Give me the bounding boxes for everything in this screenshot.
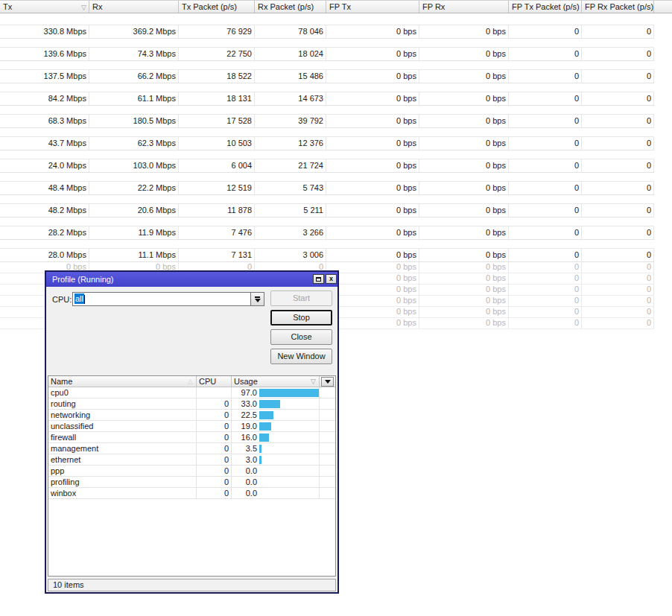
profile-column-header-usage[interactable]: Usage▽ <box>232 376 320 387</box>
column-header-rx-packet-p-s-[interactable]: Rx Packet (p/s) <box>255 1 326 13</box>
profile-name: profiling <box>48 477 197 487</box>
cell: 0 bps <box>326 115 419 127</box>
profile-row-winbox[interactable]: winbox00.0 <box>48 488 335 499</box>
dropdown-icon <box>255 296 260 298</box>
table-row[interactable]: 43.7 Mbps62.3 Mbps10 50312 3760 bps0 bps… <box>0 136 654 150</box>
profile-usage-bar-area <box>259 399 320 409</box>
table-row[interactable]: 48.2 Mbps20.6 Mbps11 8785 2110 bps0 bps0… <box>0 203 654 217</box>
table-row[interactable]: 330.8 Mbps369.2 Mbps76 92978 0460 bps0 b… <box>0 25 654 39</box>
maximize-icon <box>316 277 321 282</box>
cell: 18 131 <box>179 92 255 105</box>
close-button[interactable]: x <box>326 274 337 284</box>
cpu-combo-dropdown-button[interactable] <box>250 292 264 306</box>
column-header-fp-rx-packet-p-s-[interactable]: FP Rx Packet (p/s) <box>582 1 654 13</box>
cpu-field-label: CPU: <box>52 295 72 304</box>
column-header-label: Tx Packet (p/s) <box>182 2 237 11</box>
cpu-combo-input[interactable]: all <box>72 292 251 306</box>
cell: 0 bps <box>326 318 419 328</box>
column-header-tx-packet-p-s-[interactable]: Tx Packet (p/s) <box>179 1 255 13</box>
sort-ascending-icon: △ <box>188 376 193 387</box>
profile-cpu: 0 <box>197 466 232 476</box>
cell: 0 bps <box>419 48 509 60</box>
profile-name: firewall <box>48 432 197 442</box>
cell: 84.2 Mbps <box>0 92 89 105</box>
profile-usage-value: 16.0 <box>232 432 257 442</box>
column-header-label: Name <box>51 377 72 386</box>
profile-row-ppp[interactable]: ppp00.0 <box>48 466 335 477</box>
table-row[interactable]: 84.2 Mbps61.1 Mbps18 13114 6730 bps0 bps… <box>0 92 654 106</box>
cell: 0 bps <box>419 137 509 150</box>
profile-row-management[interactable]: management03.5 <box>48 443 335 454</box>
table-row[interactable]: 48.4 Mbps22.2 Mbps12 5195 7430 bps0 bps0… <box>0 181 654 195</box>
profile-row-ethernet[interactable]: ethernet03.0 <box>48 454 335 466</box>
cell: 0 bps <box>419 70 509 83</box>
profile-row-unclassified[interactable]: unclassified019.0 <box>48 421 335 432</box>
cell: 12 519 <box>179 182 255 194</box>
cell: 66.2 Mbps <box>89 70 179 83</box>
start-button[interactable]: Start <box>270 290 332 306</box>
column-header-label: Tx <box>3 2 12 11</box>
usage-bar <box>259 422 271 431</box>
cell: 0 bps <box>326 92 419 105</box>
sort-descending-icon: ▽ <box>81 1 86 13</box>
usage-bar <box>259 445 261 453</box>
cell: 0 bps <box>326 159 419 172</box>
profile-row-routing[interactable]: routing033.0 <box>48 399 335 410</box>
cell: 0 bps <box>326 70 419 83</box>
dialog-titlebar[interactable]: Profile (Running) x <box>46 272 337 287</box>
profile-usage-value: 0.0 <box>232 477 257 487</box>
table-row[interactable]: 28.2 Mbps11.9 Mbps7 4763 2660 bps0 bps00 <box>0 226 654 240</box>
cell: 0 <box>582 137 654 150</box>
column-header-label: Rx <box>92 2 102 11</box>
profile-usage-bar-area <box>259 488 320 498</box>
profile-row-firewall[interactable]: firewall016.0 <box>48 432 335 443</box>
table-row[interactable]: 68.3 Mbps180.5 Mbps17 52839 7920 bps0 bp… <box>0 114 654 128</box>
cell: 0 <box>509 182 582 194</box>
table-row[interactable]: 137.5 Mbps66.2 Mbps18 52215 4860 bps0 bp… <box>0 69 654 83</box>
cell: 20.6 Mbps <box>89 204 179 217</box>
column-header-label: FP Rx <box>422 2 445 11</box>
column-header-rx[interactable]: Rx <box>89 1 179 13</box>
cell: 0 bps <box>419 262 509 273</box>
profile-cpu: 0 <box>197 443 232 454</box>
cell: 0 <box>582 273 654 284</box>
profile-usage-bar-area <box>259 421 320 431</box>
profile-name: ethernet <box>48 454 197 465</box>
profile-usage-bar-area <box>259 443 320 454</box>
new-window-button[interactable]: New Window <box>270 349 332 364</box>
cell: 28.2 Mbps <box>0 226 89 239</box>
column-selector-button[interactable] <box>321 377 334 387</box>
table-row[interactable]: 24.0 Mbps103.0 Mbps6 00421 7240 bps0 bps… <box>0 159 654 173</box>
text-caret <box>84 295 85 304</box>
profile-usage-bar-area <box>259 387 320 398</box>
cell: 22.2 Mbps <box>89 182 179 194</box>
stop-button[interactable]: Stop <box>270 310 332 326</box>
maximize-button[interactable] <box>313 274 324 284</box>
column-header-fp-tx-packet-p-s-[interactable]: FP Tx Packet (p/s) <box>509 1 582 13</box>
profile-row-networking[interactable]: networking022.5 <box>48 410 335 421</box>
table-row[interactable]: 139.6 Mbps74.3 Mbps22 75018 0240 bps0 bp… <box>0 47 654 61</box>
cell: 0 <box>509 226 582 239</box>
cell: 0 bps <box>419 307 509 317</box>
profile-column-header-cpu[interactable]: CPU <box>197 376 232 387</box>
cell: 0 <box>509 296 582 306</box>
cell: 0 <box>509 318 582 328</box>
cell: 0 <box>509 273 582 284</box>
profile-row-profiling[interactable]: profiling00.0 <box>48 477 335 488</box>
cell: 0 bps <box>419 226 509 239</box>
cell: 0 bps <box>419 285 509 295</box>
cell: 76 929 <box>179 25 255 38</box>
profile-usage-bar-area <box>259 477 320 487</box>
close-action-button[interactable]: Close <box>270 329 332 345</box>
cell: 0 bps <box>326 249 419 261</box>
usage-bar <box>259 411 273 419</box>
table-row[interactable]: 28.0 Mbps11.1 Mbps7 1313 0060 bps0 bps00 <box>0 248 654 262</box>
profile-row-cpu0[interactable]: cpu097.0 <box>48 387 335 399</box>
column-header-tx[interactable]: Tx▽ <box>0 1 89 13</box>
profile-cpu: 0 <box>197 477 232 487</box>
cell: 28.0 Mbps <box>0 249 89 261</box>
cell: 0 <box>509 249 582 261</box>
column-header-fp-tx[interactable]: FP Tx <box>326 1 419 13</box>
column-header-fp-rx[interactable]: FP Rx <box>419 1 509 13</box>
profile-column-header-name[interactable]: Name△ <box>48 376 197 387</box>
